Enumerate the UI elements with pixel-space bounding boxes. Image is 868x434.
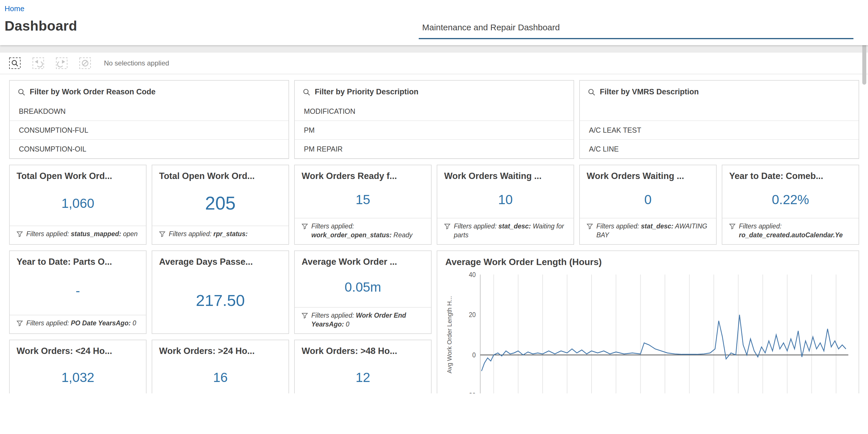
step-back-button[interactable] [31, 56, 45, 70]
search-icon [18, 88, 25, 96]
kpi-card-work-orders-over-48h: Work Orders: >48 Ho... 12 Filters applie… [294, 340, 432, 394]
filter-value[interactable] [580, 102, 859, 121]
filter-value[interactable]: A/C LEAK TEST [580, 121, 859, 140]
filter-value[interactable]: MODIFICATION [295, 102, 574, 121]
app-header: Home Dashboard Maintenance and Repair Da… [0, 0, 868, 45]
kpi-title: Total Open Work Ord... [152, 165, 288, 181]
filter-panel-header: Filter by Work Order Reason Code [10, 81, 288, 102]
search-icon [303, 88, 310, 96]
kpi-value: 15 [295, 181, 431, 218]
filter-value[interactable]: A/C LINE [580, 140, 859, 158]
kpi-card-work-orders-ready: Work Orders Ready f... 15 Filters applie… [294, 165, 432, 245]
kpi-title: Year to Date: Comeb... [722, 165, 859, 181]
kpi-filters: Filters applied: Work Order End YearsAgo… [295, 307, 431, 334]
clear-selections-button[interactable] [78, 56, 92, 70]
sheet-content: Filter by Work Order Reason Code BREAKDO… [0, 74, 868, 394]
kpi-filters-text: Filters applied: status_mapped: open [26, 230, 138, 238]
kpi-filters: Filters applied: PO Date YearsAgo: 0 [10, 315, 146, 334]
search-selections-icon [8, 57, 21, 69]
kpi-title: Work Orders: <24 Ho... [10, 340, 146, 356]
clear-selections-icon [79, 57, 91, 69]
selections-status-text: No selections applied [104, 59, 169, 67]
filter-panel-header: Filter by Priority Description [295, 81, 574, 102]
kpi-card-work-orders-waiting-parts: Work Orders Waiting ... 10 Filters appli… [437, 165, 574, 245]
kpi-card-total-open-work-orders: Total Open Work Ord... 1,060 Filters app… [9, 165, 147, 245]
title-row: Dashboard Maintenance and Repair Dashboa… [0, 13, 868, 45]
kpi-filters: Filters applied: work_order_open_status:… [295, 218, 431, 244]
selections-toolbar: No selections applied [0, 53, 868, 74]
search-icon [588, 88, 595, 96]
svg-text:-20: -20 [467, 392, 475, 394]
kpi-value: 10 [437, 181, 574, 218]
svg-text:40: 40 [469, 271, 475, 279]
filter-value[interactable]: CONSUMPTION-FUL [10, 121, 288, 140]
kpi-filters-text: Filters applied: rpr_status: [169, 230, 248, 238]
chart-average-work-order-length[interactable]: Average Work Order Length (Hours) Avg Wo… [437, 251, 859, 394]
kpi-card-work-orders-waiting-bay: Work Orders Waiting ... 0 Filters applie… [579, 165, 717, 245]
filter-panel-priority-description: Filter by Priority Description MODIFICAT… [294, 80, 574, 159]
filter-funnel-icon [729, 223, 736, 232]
kpi-filters-text: Filters applied: ro_date_created.autoCal… [739, 222, 852, 239]
sheet-title-field[interactable]: Maintenance and Repair Dashboard [419, 20, 854, 39]
breadcrumb-home-link[interactable]: Home [5, 4, 24, 13]
kpi-filters: Filters applied: stat_desc: Waiting for … [437, 218, 574, 244]
filter-list: A/C LEAK TESTA/C LINE [580, 102, 859, 158]
step-forward-icon [55, 57, 68, 69]
kpi-title: Year to Date: Parts O... [10, 251, 146, 267]
kpi-filters-text: Filters applied: work_order_open_status:… [311, 222, 424, 239]
kpi-value: 0 [580, 181, 716, 218]
filter-list: MODIFICATIONPMPM REPAIR [295, 102, 574, 158]
filter-funnel-icon [17, 320, 23, 329]
kpi-card-average-days-passed: Average Days Passe... 217.50 [152, 251, 289, 334]
chart-plot-area[interactable]: Avg Work Order Length H... 2010201120122… [444, 268, 852, 394]
selections-search-button[interactable] [8, 56, 22, 70]
kpi-title: Total Open Work Ord... [10, 165, 146, 181]
kpi-filters-text: Filters applied: PO Date YearsAgo: 0 [26, 319, 136, 328]
filter-panel-header: Filter by VMRS Description [580, 81, 859, 102]
chart-y-axis-label: Avg Work Order Length H... [446, 273, 453, 394]
filter-panel-title: Filter by Priority Description [315, 87, 418, 96]
breadcrumb: Home [0, 0, 868, 13]
kpi-filters-text: Filters applied: stat_desc: AWAITING BAY [596, 222, 709, 239]
kpi-filters: Filters applied: stat_desc: AWAITING BAY [580, 218, 716, 244]
kpi-card-ytd-comebacks: Year to Date: Comeb... 0.22% Filters app… [722, 165, 859, 245]
step-back-icon [32, 57, 44, 69]
filter-panel-work-order-reason-code: Filter by Work Order Reason Code BREAKDO… [9, 80, 289, 159]
kpi-value: 205 [152, 181, 288, 226]
step-forward-button[interactable] [55, 56, 68, 70]
kpi-title: Work Orders Ready f... [295, 165, 431, 181]
filter-value[interactable]: PM REPAIR [295, 140, 574, 158]
kpi-value: 1,060 [10, 181, 146, 226]
kpi-value: 0.22% [722, 181, 859, 218]
kpi-filters: Filters applied: ro_date_created.autoCal… [722, 218, 859, 244]
svg-text:20: 20 [469, 311, 475, 319]
kpi-value: - [10, 267, 146, 315]
kpi-card-work-orders-over-24h: Work Orders: >24 Ho... 16 Filters applie… [152, 340, 289, 394]
kpi-title: Work Orders: >48 Ho... [295, 340, 431, 356]
filter-funnel-icon [444, 223, 451, 232]
kpi-title: Average Work Order ... [295, 251, 431, 267]
kpi-title: Average Days Passe... [152, 251, 288, 267]
filter-panel-title: Filter by Work Order Reason Code [30, 87, 156, 96]
kpi-title: Work Orders Waiting ... [437, 165, 574, 181]
dashboard-grid: Filter by Work Order Reason Code BREAKDO… [9, 80, 859, 394]
filter-panel-vmrs-description: Filter by VMRS Description A/C LEAK TEST… [579, 80, 859, 159]
filter-funnel-icon [159, 231, 165, 239]
filter-value[interactable]: PM [295, 121, 574, 140]
svg-text:0: 0 [472, 351, 476, 359]
header-gap [0, 45, 868, 53]
kpi-card-work-orders-under-24h: Work Orders: <24 Ho... 1,032 Filters app… [9, 340, 147, 394]
kpi-value: 16 [152, 356, 288, 394]
kpi-title: Work Orders Waiting ... [580, 165, 716, 181]
filter-panel-title: Filter by VMRS Description [600, 87, 699, 96]
kpi-card-ytd-parts-orders: Year to Date: Parts O... - Filters appli… [9, 251, 147, 334]
kpi-filters-text: Filters applied: Work Order End YearsAgo… [311, 311, 424, 329]
sheet-title-text: Maintenance and Repair Dashboard [422, 23, 560, 32]
line-chart-svg[interactable]: 2010201120122013201420152016201720182019… [444, 268, 852, 394]
filter-funnel-icon [302, 312, 308, 321]
kpi-title: Work Orders: >24 Ho... [152, 340, 288, 356]
filter-list: BREAKDOWNCONSUMPTION-FULCONSUMPTION-OIL [10, 102, 288, 158]
filter-value[interactable]: BREAKDOWN [10, 102, 288, 121]
filter-value[interactable]: CONSUMPTION-OIL [10, 140, 288, 158]
kpi-card-average-work-order: Average Work Order ... 0.05m Filters app… [294, 251, 432, 334]
